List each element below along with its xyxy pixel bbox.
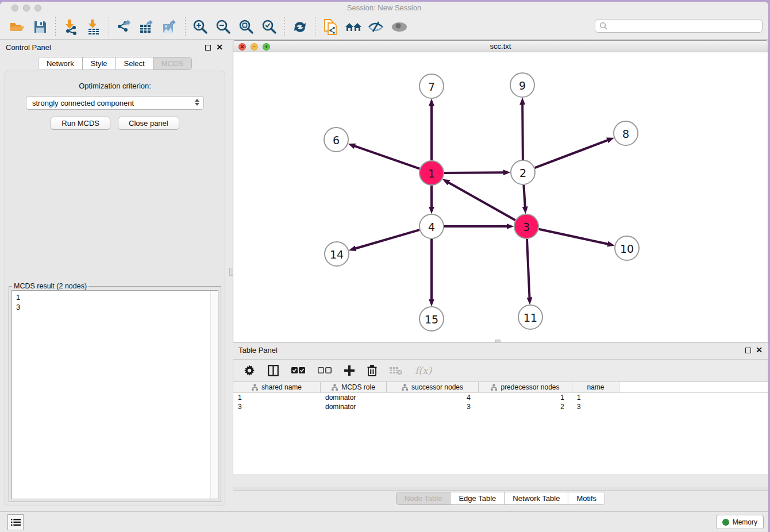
search-input[interactable]	[607, 20, 762, 32]
edge-2-8[interactable]	[535, 140, 608, 168]
graph-node-4[interactable]: 4	[419, 214, 444, 238]
import-table-icon[interactable]	[84, 17, 103, 37]
delete-column-icon[interactable]	[367, 365, 377, 376]
refresh-network-icon[interactable]	[290, 17, 310, 37]
tab-network-table[interactable]: Network Table	[505, 492, 568, 504]
cell-name[interactable]: 1	[572, 393, 619, 402]
export-network-icon[interactable]	[114, 17, 134, 37]
mcds-result-textarea[interactable]: 1 3	[11, 290, 218, 499]
control-panel-tabbar: Network Style Select MCDS	[0, 57, 230, 70]
application-window: Session: New Session	[0, 2, 768, 532]
float-table-panel-icon[interactable]	[745, 348, 751, 353]
add-column-icon[interactable]	[344, 365, 355, 376]
network-window-titlebar: ✕ − + scc.txt	[233, 41, 768, 52]
tab-motifs[interactable]: Motifs	[568, 492, 605, 504]
column-settings-gear-icon[interactable]	[244, 365, 255, 376]
table-row[interactable]: 3 dominator 3 2 3	[233, 402, 768, 411]
optimization-criterion-dropdown[interactable]: strongly connected component	[26, 96, 204, 110]
close-table-panel-icon[interactable]: ✕	[756, 345, 763, 354]
edge-2-3[interactable]	[523, 185, 525, 207]
graph-node-6[interactable]: 6	[324, 128, 348, 152]
graph-node-3[interactable]: 3	[514, 214, 538, 238]
cell-name[interactable]: 3	[572, 402, 619, 411]
graph-node-8[interactable]: 8	[614, 121, 638, 145]
cell-successor-nodes[interactable]: 4	[387, 393, 479, 402]
graph-node-7[interactable]: 7	[419, 74, 444, 98]
cell-mcds-role[interactable]: dominator	[321, 402, 387, 411]
toolbar-separator	[284, 17, 285, 37]
cell-predecessor-nodes[interactable]: 1	[479, 393, 572, 402]
export-table-icon[interactable]	[137, 17, 157, 37]
close-panel-button[interactable]: Close panel	[118, 117, 179, 130]
toolbar-separator	[315, 17, 315, 37]
memory-button-label: Memory	[733, 518, 757, 526]
graph-node-10[interactable]: 10	[615, 236, 639, 260]
tab-edge-table[interactable]: Edge Table	[451, 492, 505, 504]
zoom-fit-icon[interactable]	[237, 17, 256, 37]
close-panel-icon[interactable]: ✕	[216, 43, 223, 52]
graph-node-2[interactable]: 2	[511, 160, 535, 184]
node-table[interactable]: shared name MCDS role successor nodes pr…	[233, 382, 768, 474]
zoom-selected-icon[interactable]	[260, 17, 279, 37]
edge-4-14[interactable]	[356, 230, 419, 248]
cell-shared-name[interactable]: 1	[233, 393, 321, 402]
edge-1-6[interactable]	[355, 146, 419, 169]
edge-3-1[interactable]	[449, 183, 515, 221]
graph-node-9[interactable]: 9	[510, 73, 534, 97]
column-header-predecessor-nodes[interactable]: predecessor nodes	[479, 382, 572, 392]
export-image-icon[interactable]	[160, 17, 180, 37]
column-header-name[interactable]: name	[572, 382, 619, 392]
houses-icon[interactable]	[344, 17, 363, 37]
list-icon	[11, 518, 21, 526]
graph-node-15[interactable]: 15	[419, 307, 444, 331]
edge-3-11[interactable]	[527, 239, 530, 298]
save-session-icon[interactable]	[30, 17, 50, 37]
graph-node-14[interactable]: 14	[325, 242, 349, 266]
select-all-checkboxes-icon[interactable]	[291, 367, 305, 374]
vertical-splitter-handle[interactable]	[229, 268, 233, 276]
node-label: 4	[428, 221, 435, 233]
task-history-button[interactable]	[7, 514, 24, 530]
tab-style[interactable]: Style	[83, 57, 116, 70]
network-canvas[interactable]: 7968124314101511	[233, 53, 768, 342]
tab-network[interactable]: Network	[38, 57, 83, 70]
zoom-in-icon[interactable]	[191, 17, 210, 37]
edge-3-10[interactable]	[539, 229, 608, 244]
open-session-icon[interactable]	[7, 17, 27, 37]
table-panel-bottom-strip	[233, 487, 768, 491]
eye-icon[interactable]	[390, 17, 409, 37]
tab-node-table[interactable]: Node Table	[396, 492, 451, 504]
memory-button[interactable]: Memory	[716, 515, 764, 529]
column-header-successor-nodes[interactable]: successor nodes	[387, 382, 479, 392]
toolbar-separator	[185, 17, 186, 37]
eye-slash-icon[interactable]	[367, 17, 386, 37]
column-header-shared-name[interactable]: shared name	[233, 382, 321, 392]
tab-select[interactable]: Select	[116, 57, 153, 70]
clone-network-icon[interactable]	[321, 17, 340, 37]
zoom-out-icon[interactable]	[214, 17, 233, 37]
deselect-all-checkboxes-icon[interactable]	[318, 367, 332, 374]
float-panel-icon[interactable]	[205, 45, 211, 51]
cell-predecessor-nodes[interactable]: 2	[479, 402, 572, 411]
node-label: 14	[330, 248, 344, 261]
cell-shared-name[interactable]: 3	[233, 402, 321, 411]
delete-table-icon[interactable]	[390, 366, 402, 375]
function-builder-icon[interactable]: f(x)	[415, 365, 432, 376]
import-network-icon[interactable]	[61, 17, 80, 37]
cell-mcds-role[interactable]: dominator	[321, 393, 387, 402]
node-label: 9	[519, 79, 526, 92]
edge-2-9[interactable]	[522, 105, 523, 160]
tab-mcds[interactable]: MCDS	[153, 57, 191, 70]
run-mcds-button[interactable]: Run MCDS	[51, 117, 110, 130]
node-label: 3	[523, 221, 530, 233]
control-panel: Control Panel ✕ Network Style Select MCD…	[0, 40, 230, 513]
cell-successor-nodes[interactable]: 3	[387, 402, 479, 411]
graph-node-1[interactable]: 1	[419, 161, 444, 185]
search-field[interactable]	[595, 19, 763, 33]
result-scrollbar[interactable]	[210, 291, 218, 499]
edge-1-2[interactable]	[444, 172, 503, 173]
table-row[interactable]: 1 dominator 4 1 1	[233, 393, 768, 402]
split-column-icon[interactable]	[268, 365, 279, 376]
graph-node-11[interactable]: 11	[518, 305, 542, 329]
column-header-mcds-role[interactable]: MCDS role	[321, 382, 387, 392]
